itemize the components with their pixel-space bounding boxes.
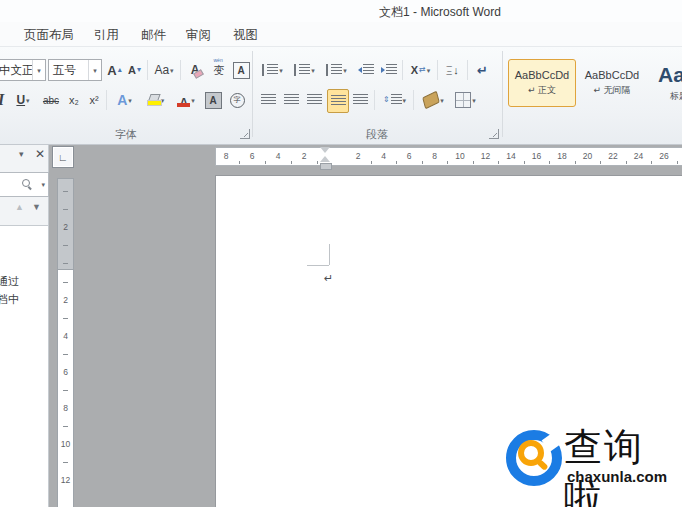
- ruler-number: 10: [455, 151, 464, 161]
- asian-layout-button[interactable]: X ⇄▾: [406, 59, 435, 81]
- increase-indent-button[interactable]: [378, 59, 399, 81]
- ruler-number: 8: [224, 151, 229, 161]
- align-center-icon: [284, 94, 299, 106]
- italic-icon: I: [0, 91, 4, 109]
- bullets-button[interactable]: ▾: [258, 59, 287, 81]
- strikethrough-button[interactable]: abc: [39, 89, 63, 111]
- font-group-label: 字体: [0, 127, 252, 142]
- margin-crop-mark: [329, 244, 330, 265]
- tab-review[interactable]: 审阅: [182, 25, 215, 46]
- decrease-indent-button[interactable]: [355, 59, 376, 81]
- text-highlight-button[interactable]: ▾: [141, 89, 170, 111]
- phonetic-guide-button[interactable]: wén 变: [208, 59, 230, 81]
- grow-font-button[interactable]: A▴: [105, 59, 124, 81]
- tab-selector[interactable]: ∟: [52, 146, 74, 168]
- font-size-combo[interactable]: 五号 ▾: [48, 59, 102, 81]
- character-border-icon: A: [233, 62, 250, 79]
- text-effects-icon: A: [117, 92, 127, 108]
- distribute-button[interactable]: [350, 89, 370, 111]
- character-shading-button[interactable]: A: [203, 89, 223, 111]
- tab-mailings[interactable]: 邮件: [137, 25, 170, 46]
- tab-references[interactable]: 引用: [90, 25, 123, 46]
- chevron-down-icon[interactable]: ▾: [19, 149, 24, 159]
- decrease-indent-icon: [358, 64, 374, 76]
- margin-crop-mark: [307, 265, 329, 266]
- search-icon: [22, 179, 32, 189]
- italic-button[interactable]: I: [0, 89, 5, 111]
- font-color-button[interactable]: A ▾: [172, 89, 200, 111]
- next-result-icon[interactable]: ▼: [32, 202, 41, 212]
- font-name-value: 中文正: [0, 63, 32, 78]
- borders-grid-icon: [455, 92, 471, 108]
- paragraph-dialog-launcher[interactable]: [489, 129, 499, 139]
- style-normal[interactable]: AaBbCcDd ↵ 正文: [508, 59, 576, 107]
- ruler-number: 4: [381, 151, 386, 161]
- ruler-number: 4: [276, 151, 281, 161]
- line-spacing-button[interactable]: ⇕ ▾: [379, 89, 410, 111]
- ruler-number: 2: [302, 151, 307, 161]
- shrink-font-button[interactable]: A▾: [125, 59, 144, 81]
- previous-result-icon[interactable]: ▲: [15, 202, 24, 212]
- group-divider: [502, 51, 503, 137]
- change-case-button[interactable]: Aa▾: [151, 59, 177, 81]
- navigation-results-panel: 通过 档中: [0, 225, 49, 507]
- group-divider: [252, 51, 253, 137]
- vertical-ruler[interactable]: 24681012: [57, 270, 74, 507]
- left-indent-icon[interactable]: [320, 163, 332, 170]
- ruler-number: 24: [634, 151, 643, 161]
- document-page[interactable]: ↵ 查询啦 chaxunla.com: [215, 175, 682, 507]
- enclose-characters-button[interactable]: 字: [227, 89, 247, 111]
- increase-indent-icon: [381, 64, 397, 76]
- subscript-button[interactable]: x₂: [64, 89, 84, 111]
- align-left-button[interactable]: [258, 89, 278, 111]
- numbering-button[interactable]: ▾: [290, 59, 319, 81]
- font-dialog-launcher[interactable]: [240, 129, 250, 139]
- sort-button[interactable]: 一二 ↓: [441, 59, 464, 81]
- first-line-indent-icon[interactable]: [320, 147, 330, 153]
- align-right-button[interactable]: [304, 89, 324, 111]
- search-input[interactable]: ▾: [0, 172, 49, 197]
- title-bar: 文档1 - Microsoft Word: [0, 0, 682, 22]
- borders-button[interactable]: ▾: [451, 89, 480, 111]
- style-no-spacing[interactable]: AaBbCcDd ↵ 无间隔: [580, 59, 644, 107]
- watermark-domain: chaxunla.com: [567, 468, 667, 485]
- paint-bucket-icon: [422, 91, 440, 110]
- numbered-list-icon: [294, 64, 310, 76]
- tab-view[interactable]: 视图: [229, 25, 262, 46]
- chevron-down-icon[interactable]: ▾: [32, 60, 45, 80]
- style-heading[interactable]: AaB 标题: [648, 59, 682, 107]
- horizontal-ruler[interactable]: 86422468101214161820222426: [215, 147, 682, 166]
- superscript-button[interactable]: x²: [84, 89, 104, 111]
- hanging-indent-icon[interactable]: [320, 156, 330, 162]
- tab-page-layout[interactable]: 页面布局: [20, 25, 78, 46]
- underline-button[interactable]: U▾: [10, 89, 36, 111]
- justify-button[interactable]: [327, 89, 349, 113]
- style-name: 标题: [670, 90, 682, 103]
- ruler-number: 26: [659, 151, 668, 161]
- highlighter-icon: [147, 94, 160, 106]
- paragraph-mark-icon: ↵: [477, 63, 488, 78]
- vertical-ruler-margin[interactable]: 2: [57, 178, 74, 270]
- style-sample: AaB: [658, 63, 682, 87]
- character-border-button[interactable]: A: [231, 59, 251, 81]
- align-left-icon: [261, 94, 276, 106]
- align-center-button[interactable]: [281, 89, 301, 111]
- ruler-number: 6: [58, 367, 73, 377]
- chevron-down-icon[interactable]: ▾: [88, 60, 101, 80]
- navigation-hint-text: 通过: [0, 274, 19, 289]
- close-icon[interactable]: ✕: [35, 147, 45, 161]
- text-effects-button[interactable]: A▾: [111, 89, 138, 111]
- font-name-combo[interactable]: 中文正 ▾: [0, 59, 46, 81]
- ruler-number: 4: [58, 331, 73, 341]
- show-marks-button[interactable]: ↵: [472, 59, 493, 81]
- indent-marker[interactable]: [319, 147, 331, 171]
- window-title: 文档1 - Microsoft Word: [330, 4, 550, 21]
- ribbon-tab-row: 页面布局 引用 邮件 审阅 视图: [0, 22, 682, 47]
- clear-formatting-button[interactable]: A: [184, 59, 206, 81]
- line-spacing-icon: ⇕: [383, 96, 390, 104]
- multilevel-list-button[interactable]: ▾: [322, 59, 351, 81]
- justify-icon: [331, 95, 346, 107]
- underline-icon: U: [16, 93, 25, 107]
- chevron-down-icon[interactable]: ▾: [41, 181, 45, 188]
- shading-button[interactable]: ▾: [418, 89, 449, 111]
